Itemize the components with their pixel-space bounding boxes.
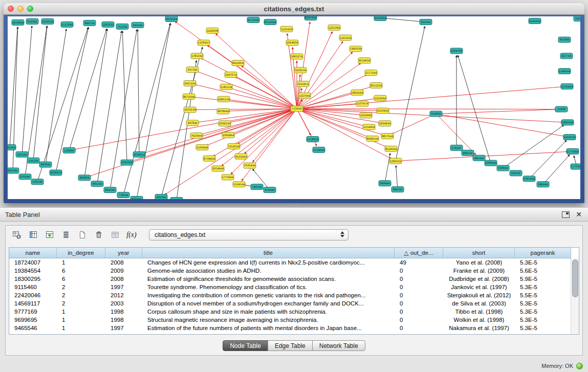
graph-node[interactable]: 1518454 [307, 137, 319, 142]
graph-node[interactable]: 1654444 [212, 166, 224, 171]
window-titlebar[interactable]: citations_edges.txt [4, 3, 584, 15]
graph-node[interactable]: 1016254 [297, 81, 309, 86]
zoom-window-button[interactable] [27, 6, 33, 12]
graph-node[interactable]: 7635444 [244, 163, 256, 168]
graph-edge[interactable] [122, 31, 127, 163]
graph-node[interactable]: 2036054 [133, 151, 145, 157]
graph-node[interactable]: 1524544 [233, 182, 245, 187]
table-row[interactable]: 977716911998Corpus callosum shape and si… [9, 308, 571, 316]
graph-node[interactable]: 921044 [155, 194, 167, 199]
graph-node[interactable]: 997844 [186, 120, 199, 126]
graph-node[interactable]: 1091844 [222, 133, 234, 138]
graph-node[interactable]: 2145044 [374, 16, 386, 20]
graph-node[interactable]: 8096544 [366, 136, 379, 142]
graph-node[interactable]: 2030164 [165, 16, 178, 21]
graph-node[interactable]: 1770444 [222, 174, 234, 180]
graph-node[interactable]: 1125434 [280, 26, 293, 32]
column-header-in-degree[interactable]: in_degree [57, 248, 105, 258]
graph-node[interactable]: 1216044 [374, 95, 386, 101]
graph-edge[interactable] [138, 30, 139, 155]
graph-node[interactable]: 205164 [16, 151, 28, 157]
graph-edge[interactable] [297, 41, 343, 108]
graph-node[interactable]: 1697074 [225, 72, 237, 78]
graph-edge[interactable] [396, 166, 398, 190]
tab-node-table[interactable]: Node Table [223, 340, 268, 351]
graph-node[interactable]: 550134 [27, 158, 39, 163]
graph-node[interactable]: 8739444 [203, 156, 215, 161]
graph-node[interactable]: 8551044 [264, 19, 276, 25]
graph-node[interactable]: 1020344 [121, 160, 133, 165]
new-column-button[interactable] [76, 229, 89, 241]
graph-node[interactable]: 8914004 [232, 60, 244, 66]
graph-node[interactable]: 2636050 [50, 170, 62, 176]
graph-node[interactable]: 869144 [462, 150, 474, 156]
graph-node[interactable]: 1327044 [298, 93, 311, 98]
graph-node[interactable]: 8671044 [183, 94, 195, 99]
graph-node[interactable]: 1970134 [184, 107, 196, 113]
graph-edge[interactable] [201, 108, 297, 134]
graph-edge[interactable] [10, 27, 17, 147]
tab-edge-table[interactable]: Edge Table [268, 340, 313, 351]
graph-edge[interactable] [46, 29, 67, 165]
graph-node[interactable]: 866754 [83, 20, 96, 26]
graph-node[interactable]: 9572344 [247, 17, 259, 23]
graph-node[interactable]: 952344 [558, 37, 571, 42]
table-row[interactable]: 1830029562008Estimation of significance … [9, 275, 571, 283]
graph-node[interactable]: 863044 [170, 198, 183, 199]
graph-node[interactable]: 854834 [430, 111, 442, 117]
graph-node[interactable]: 816304 [420, 19, 432, 25]
graph-node[interactable]: 1664934 [286, 40, 298, 46]
minimize-window-button[interactable] [17, 6, 24, 12]
graph-node[interactable]: 1085034 [389, 158, 402, 164]
graph-node[interactable]: 2204934 [379, 121, 391, 126]
tab-network-table[interactable]: Network Table [312, 340, 365, 351]
column-header-title[interactable]: title [142, 248, 395, 258]
graph-node[interactable]: 8549344 [385, 146, 397, 151]
table-row[interactable]: 911546021997Tourette syndrome. Phenomeno… [9, 283, 571, 291]
graph-node[interactable]: 9514634 [358, 58, 371, 63]
graph-node[interactable]: 1201034 [563, 135, 576, 140]
graph-node[interactable]: 1770344 [571, 164, 580, 169]
column-header-short[interactable]: short [443, 248, 515, 258]
graph-node[interactable]: 3067104 [184, 80, 196, 86]
column-header-out-degree[interactable]: △ out_de... [395, 248, 443, 258]
graph-edge[interactable] [110, 30, 137, 190]
graph-node[interactable]: 861044 [104, 187, 116, 193]
graph-node[interactable]: 2085134 [217, 96, 230, 102]
graph-node[interactable]: 937342 [186, 67, 199, 73]
graph-edge[interactable] [543, 155, 570, 184]
graph-node[interactable]: 984502 [391, 187, 404, 192]
graph-node[interactable]: 1065444 [523, 176, 535, 182]
disabled-table-button[interactable] [109, 229, 121, 241]
graph-node[interactable]: 1221394 [328, 25, 340, 30]
graph-node[interactable]: 1577144 [365, 70, 377, 76]
graph-edge[interactable] [123, 24, 170, 195]
import-table-button[interactable] [43, 229, 56, 241]
graph-edge[interactable] [84, 29, 107, 178]
graph-edge[interactable] [297, 108, 368, 137]
graph-node[interactable]: 152944 [63, 147, 75, 153]
graph-node[interactable]: 1107474 [356, 101, 368, 106]
graph-edge[interactable] [137, 24, 170, 199]
table-select-dropdown[interactable]: citations_edges.txt [149, 229, 349, 240]
graph-node[interactable]: 172404 [291, 106, 303, 112]
graph-node[interactable]: 751104 [116, 24, 128, 29]
graph-node[interactable]: 7485034 [350, 46, 362, 52]
network-view[interactable]: 1724041226008110044717813429373423067104… [8, 16, 580, 199]
graph-node[interactable]: 1664794 [450, 48, 463, 54]
graph-node[interactable]: 1659044 [12, 19, 24, 25]
close-window-button[interactable] [8, 6, 14, 12]
graph-node[interactable]: 778044 [117, 192, 129, 198]
graph-node[interactable]: 1961274 [291, 54, 303, 59]
graph-edge[interactable] [529, 140, 567, 179]
graph-node[interactable]: 8597344 [304, 16, 317, 20]
row-options-button[interactable] [60, 229, 72, 241]
graph-edge[interactable] [22, 26, 32, 155]
table-row[interactable]: 946554611997Estimation of the future num… [9, 324, 571, 332]
graph-node[interactable]: 992444 [537, 182, 549, 187]
graph-edge[interactable] [33, 26, 47, 161]
graph-edge[interactable] [436, 110, 557, 114]
table-row[interactable]: 1938455462009Genome-wide association stu… [9, 267, 571, 275]
graph-node[interactable]: 9978444 [217, 108, 229, 114]
graph-node[interactable]: 924502 [510, 170, 522, 176]
